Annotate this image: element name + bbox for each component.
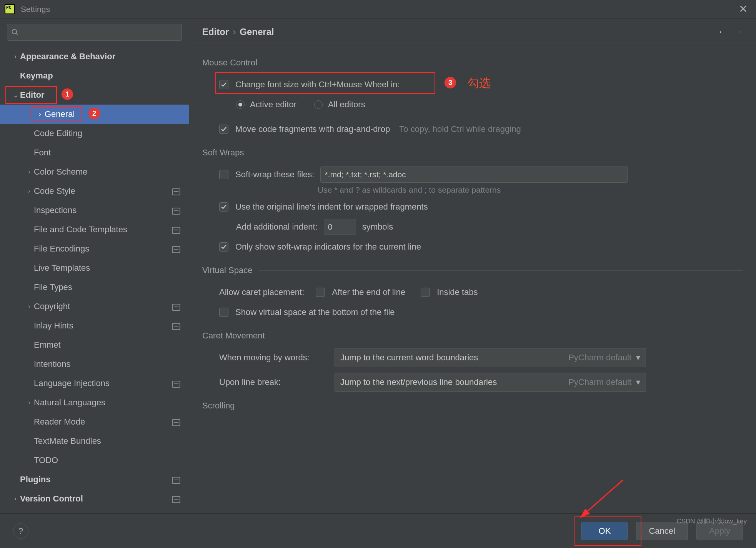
tree-item-language-injections[interactable]: Language Injections [0,374,189,393]
annotation-badge-1: 1 [62,88,73,100]
group-title: Mouse Control [202,58,257,68]
chevron-right-icon: › [233,27,236,37]
label-allow-caret: Allow caret placement: [219,287,304,297]
select-line-break[interactable]: Jump to the next/previous line boundarie… [335,373,646,392]
label-only-current-line: Only show soft-wrap indicators for the c… [235,242,421,252]
breadcrumb-b: General [240,27,274,37]
tree-item-label: Inlay Hints [34,321,172,331]
chevron-down-icon: ▾ [636,353,640,363]
tree-item-editor[interactable]: ⌄Editor1 [0,85,189,105]
tree-item-plugins[interactable]: Plugins [0,470,189,489]
input-add-indent[interactable] [324,219,356,235]
tree-item-todo[interactable]: TODO [0,451,189,470]
svg-rect-11 [174,306,179,307]
tree-item-font[interactable]: Font [0,143,189,162]
tree-item-code-editing[interactable]: Code Editing [0,124,189,143]
radio-all-editors[interactable] [314,100,323,109]
project-scope-icon [172,245,180,252]
input-soft-wrap-patterns[interactable] [320,167,628,183]
group-mouse-control: Mouse Control 3 勾选 Change font size with… [202,58,743,139]
chevron-right-icon: › [25,188,34,195]
tree-item-label: Reader Mode [34,417,172,427]
label-after-eol: After the end of line [332,287,405,297]
search-input[interactable] [7,24,182,41]
checkbox-original-indent[interactable] [219,202,228,212]
chevron-down-icon: ▾ [636,377,640,387]
tree-item-appearance-behavior[interactable]: ›Appearance & Behavior [0,47,189,66]
tree-item-label: Inspections [34,205,172,215]
chevron-right-icon: › [25,399,34,406]
tree-item-keymap[interactable]: Keymap [0,66,189,85]
checkbox-inside-tabs[interactable] [421,288,430,297]
help-button[interactable]: ? [13,523,28,539]
titlebar: Settings ✕ [0,0,756,18]
svg-rect-19 [174,480,179,480]
svg-rect-5 [174,210,179,211]
chevron-right-icon: › [25,303,34,310]
annotation-badge-2: 2 [88,108,100,119]
label-all-editors: All editors [328,100,365,110]
tree-item-version-control[interactable]: ›Version Control [0,489,189,508]
tree-item-color-scheme[interactable]: ›Color Scheme [0,162,189,182]
settings-tree[interactable]: ›Appearance & BehaviorKeymap⌄Editor1›Gen… [0,45,189,513]
project-scope-icon [172,226,180,233]
svg-rect-17 [174,422,179,423]
svg-line-1 [16,33,18,35]
select-value: Jump to the current word boundaries [340,353,563,363]
checkbox-soft-wrap-files[interactable] [219,170,228,179]
tree-item-emmet[interactable]: Emmet [0,335,189,355]
tree-item-file-and-code-templates[interactable]: File and Code Templates [0,220,189,239]
label-drag-and-drop: Move code fragments with drag-and-drop [235,124,390,134]
checkbox-show-virtual-bottom[interactable] [219,308,228,317]
tree-item-label: Code Style [34,186,172,196]
forward-icon: → [733,26,743,38]
hint-drag-and-drop: To copy, hold Ctrl while dragging [399,124,521,134]
project-scope-icon [172,476,180,483]
tree-item-textmate-bundles[interactable]: TextMate Bundles [0,431,189,451]
project-scope-icon [172,418,180,425]
radio-active-editor[interactable] [236,100,245,109]
select-default-hint: PyCharm default [568,377,631,387]
chevron-right-icon: › [25,168,34,175]
tree-item-label: Color Scheme [34,167,189,177]
select-value: Jump to the next/previous line boundarie… [340,377,563,387]
label-add-indent: Add additional indent: [236,222,318,232]
svg-rect-15 [174,383,179,384]
breadcrumb-a: Editor [202,27,229,37]
label-symbols: symbols [362,222,393,232]
tree-item-inspections[interactable]: Inspections [0,201,189,220]
checkbox-after-eol[interactable] [316,288,325,297]
tree-item-label: TextMate Bundles [34,436,189,446]
group-scrolling: Scrolling [202,401,743,411]
tree-item-label: Keymap [20,71,189,81]
hint-wildcards: Use * and ? as wildcards and ; to separa… [202,185,743,195]
tree-item-code-style[interactable]: ›Code Style [0,182,189,201]
svg-rect-7 [174,230,179,230]
tree-item-intentions[interactable]: Intentions [0,355,189,374]
annotation-badge-3: 3 [445,77,456,88]
group-soft-wraps: Soft Wraps Soft-wrap these files: Use * … [202,148,743,257]
tree-item-natural-languages[interactable]: ›Natural Languages [0,393,189,412]
tree-item-copyright[interactable]: ›Copyright [0,297,189,316]
tree-item-reader-mode[interactable]: Reader Mode [0,412,189,431]
chevron-down-icon: ⌄ [11,92,20,99]
search-icon [11,28,19,36]
checkbox-drag-and-drop[interactable] [219,125,228,134]
tree-item-label: Editor [20,90,189,100]
ok-button[interactable]: OK [581,522,628,540]
label-original-indent: Use the original line's indent for wrapp… [235,202,428,212]
svg-point-0 [12,30,17,34]
tree-item-general[interactable]: ›General2 [0,105,189,124]
tree-item-live-templates[interactable]: Live Templates [0,258,189,278]
checkbox-only-current-line[interactable] [219,242,228,252]
tree-item-label: Font [34,148,189,158]
tree-item-inlay-hints[interactable]: Inlay Hints [0,316,189,335]
tree-item-label: Plugins [20,475,172,485]
back-icon[interactable]: ← [718,26,728,38]
select-by-words[interactable]: Jump to the current word boundaries PyCh… [335,348,646,367]
checkbox-change-font-size[interactable] [219,80,228,89]
tree-item-file-types[interactable]: File Types [0,278,189,297]
tree-item-file-encodings[interactable]: File Encodings [0,239,189,258]
close-icon[interactable]: ✕ [735,1,751,17]
svg-rect-13 [174,326,179,326]
